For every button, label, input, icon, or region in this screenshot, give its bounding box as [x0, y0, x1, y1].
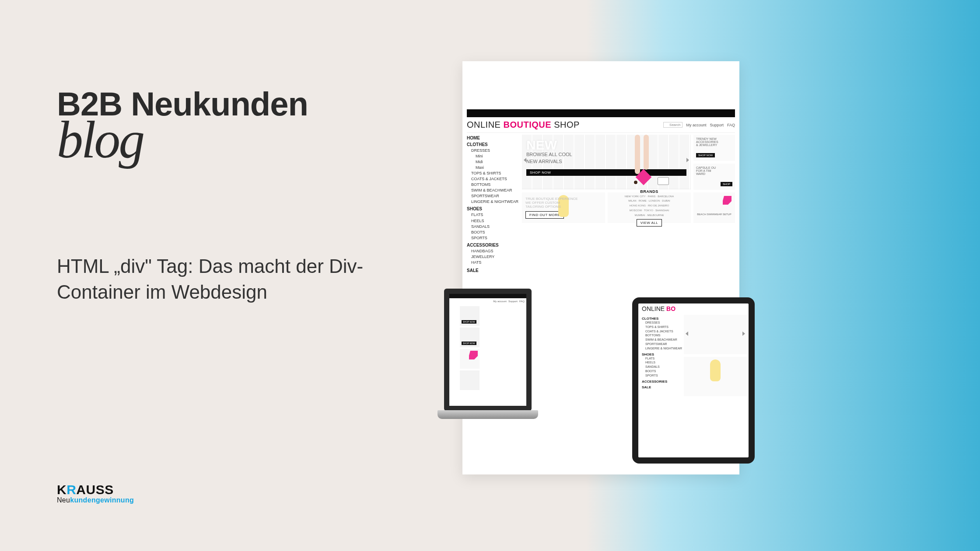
- nav-item[interactable]: Maxi: [476, 165, 519, 171]
- nav-item[interactable]: SPORTSWEAR: [471, 193, 519, 199]
- nav-item[interactable]: Midi: [476, 159, 519, 165]
- link-support[interactable]: Support: [710, 123, 724, 127]
- tablet-nav-item[interactable]: COATS & JACKETS: [645, 329, 682, 334]
- nav-item[interactable]: TOPS & SHIRTS: [471, 171, 519, 176]
- boutique-tile[interactable]: TRUE BOUTIQUE EXPERIENCE WE OFFER CUSTOM…: [522, 192, 605, 223]
- shop-screen: ONLINE BOUTIQUE SHOP Search My account S…: [467, 117, 735, 273]
- carousel-prev-icon[interactable]: [524, 158, 526, 162]
- brand-post: SHOP: [551, 120, 580, 129]
- link-my-account[interactable]: My account: [686, 123, 706, 127]
- hero-sub1: BROWSE ALL COOL: [526, 152, 686, 158]
- tablet-nav-shoes[interactable]: SHOES: [642, 352, 682, 356]
- tablet-panel[interactable]: [684, 357, 747, 396]
- trendy-card[interactable]: TRENDY NEW ACCESSORIES & JEWELLERY SHOP …: [693, 135, 735, 161]
- beach-tile[interactable]: BEACH SWIMWEAR SETUP: [693, 192, 735, 223]
- nav-item[interactable]: FLATS: [471, 212, 519, 218]
- nav-home[interactable]: HOME: [467, 136, 519, 140]
- trendy-l2: ACCESSORIES: [696, 140, 732, 143]
- laptop-thumb[interactable]: SHOP NOW: [460, 306, 480, 326]
- btq-l2: WE OFFER CUSTOM: [525, 201, 560, 205]
- nav-cat-shoes[interactable]: SHOES: [467, 206, 519, 211]
- hero-headline: NEW: [526, 139, 686, 151]
- trendy-shop-button[interactable]: SHOP NOW: [696, 153, 715, 157]
- tablet-nav-item[interactable]: BOOTS: [645, 369, 682, 373]
- carousel-prev-icon[interactable]: [686, 331, 688, 336]
- tablet-nav-item[interactable]: HEELS: [645, 360, 682, 365]
- nav-item[interactable]: HEELS: [471, 218, 519, 224]
- tablet-nav-item[interactable]: SPORTS: [645, 373, 682, 378]
- hero-banner[interactable]: NEW BROWSE ALL COOL NEW ARRIVALS SHOP NO…: [522, 135, 691, 189]
- brands-r2: MILAN · ROME · LONDON · DUBAI: [628, 199, 670, 203]
- logo-subtitle: Neukundengewinnung: [57, 496, 134, 504]
- tablet-nav-item[interactable]: SANDALS: [645, 365, 682, 369]
- laptop-cta[interactable]: SHOP NOW: [462, 320, 476, 324]
- btq-l1: TRUE BOUTIQUE EXPERIENCE: [525, 197, 578, 201]
- tablet-nav-item[interactable]: BOTTOMS: [645, 333, 682, 338]
- laptop-thumb[interactable]: [460, 370, 480, 390]
- tablet-nav-clothes[interactable]: CLOTHES: [642, 317, 682, 321]
- article-title: HTML „div" Tag: Das macht der Div-Contai…: [57, 253, 398, 305]
- swimsuit-icon: [723, 196, 732, 205]
- tablet-nav-sale[interactable]: SALE: [642, 385, 682, 389]
- coffee-icon: [633, 180, 638, 185]
- carousel-next-icon[interactable]: [686, 158, 689, 162]
- nav-item[interactable]: SPORTS: [471, 235, 519, 241]
- tablet-nav-item[interactable]: TOPS & SHIRTS: [645, 325, 682, 329]
- capsule-l3: WARD: [696, 172, 732, 175]
- brands-r1: NEW YORK CITY · PARIS · BARCELONA: [625, 195, 674, 199]
- brands-r4: MOSCOW · TOKYO · SHANGHAI: [630, 209, 669, 213]
- nav-item[interactable]: Mini: [476, 153, 519, 159]
- nav-item[interactable]: HANDBAGS: [471, 248, 519, 254]
- laptop-cta[interactable]: SHOP NOW: [462, 342, 476, 345]
- tablet-nav-item[interactable]: DRESSES: [645, 321, 682, 325]
- nav-item[interactable]: HATS: [471, 260, 519, 265]
- nav-item[interactable]: DRESSES: [471, 148, 519, 153]
- view-all-button[interactable]: VIEW ALL: [637, 219, 662, 227]
- nav-item[interactable]: JEWELLERY: [471, 254, 519, 260]
- tablet-panel[interactable]: [684, 315, 747, 354]
- beach-l1: BEACH SWIMWEAR SETUP: [697, 213, 731, 216]
- search-input[interactable]: Search: [663, 122, 682, 128]
- brands-tile[interactable]: BRANDS NEW YORK CITY · PARIS · BARCELONA…: [608, 192, 691, 223]
- nav-item[interactable]: LINGERIE & NIGHTWEAR: [471, 199, 519, 205]
- logo-text-pre: K: [57, 482, 66, 497]
- tablet-nav-item[interactable]: FLATS: [645, 356, 682, 361]
- brand-mid: BOUTIQUE: [504, 120, 552, 129]
- tablet-nav-item[interactable]: LINGERIE & NIGHTWEAR: [645, 346, 682, 351]
- shop-brand: ONLINE BOUTIQUE SHOP: [467, 120, 580, 130]
- capsule-l1: CAPSULE OU: [696, 166, 732, 169]
- capsule-shop-button[interactable]: SHOP: [721, 182, 732, 186]
- nav-item[interactable]: BOTTOMS: [471, 182, 519, 188]
- tablet-brand-mid: BO: [666, 305, 676, 312]
- tablet-nav-item[interactable]: SPORTSWEAR: [645, 342, 682, 346]
- laptop-link-account[interactable]: My account: [493, 300, 507, 303]
- tablet-brand-pre: ONLINE: [642, 305, 666, 312]
- capsule-card[interactable]: CAPSULE OU FOR A TIM WARD SHOP: [693, 164, 735, 190]
- brands-hd: BRANDS: [640, 189, 658, 194]
- utility-nav: Search My account Support FAQ: [663, 122, 735, 128]
- tablet-nav-accessories[interactable]: ACCESSORIES: [642, 380, 682, 384]
- swimsuit-icon: [469, 351, 478, 359]
- logo-sub-accent: kundengewinnung: [70, 496, 134, 504]
- link-faq[interactable]: FAQ: [727, 123, 735, 127]
- nav-item[interactable]: COATS & JACKETS: [471, 176, 519, 182]
- nav-item[interactable]: BOOTS: [471, 230, 519, 235]
- krauss-logo: KRAUSS Neukundengewinnung: [57, 482, 134, 504]
- logo-text-post: AUSS: [76, 482, 113, 497]
- tablet-brand: ONLINE BO: [638, 303, 749, 313]
- hero-shop-now-button[interactable]: SHOP NOW: [526, 169, 686, 176]
- nav-cat-accessories[interactable]: ACCESSORIES: [467, 243, 519, 248]
- nav-sale[interactable]: SALE: [467, 268, 519, 273]
- nav-cat-clothes[interactable]: CLOTHES: [467, 142, 519, 147]
- brands-r5: MUMBAI · MELBOURNE: [634, 214, 664, 217]
- nav-item[interactable]: SANDALS: [471, 224, 519, 230]
- tablet-nav-item[interactable]: SWIM & BEACHWEAR: [645, 338, 682, 342]
- nav-item[interactable]: SWIM & BEACHWEAR: [471, 188, 519, 193]
- brands-r3: HONG KONG · RIO DE JANEIRO: [630, 204, 669, 208]
- laptop-link-faq[interactable]: FAQ: [519, 300, 525, 303]
- carousel-next-icon[interactable]: [742, 331, 745, 336]
- laptop-thumb[interactable]: [460, 349, 480, 369]
- laptop-link-support[interactable]: Support: [508, 300, 518, 303]
- left-column: B2B Neukunden blog HTML „div" Tag: Das m…: [57, 87, 407, 305]
- laptop-thumb[interactable]: SHOP NOW: [460, 328, 480, 347]
